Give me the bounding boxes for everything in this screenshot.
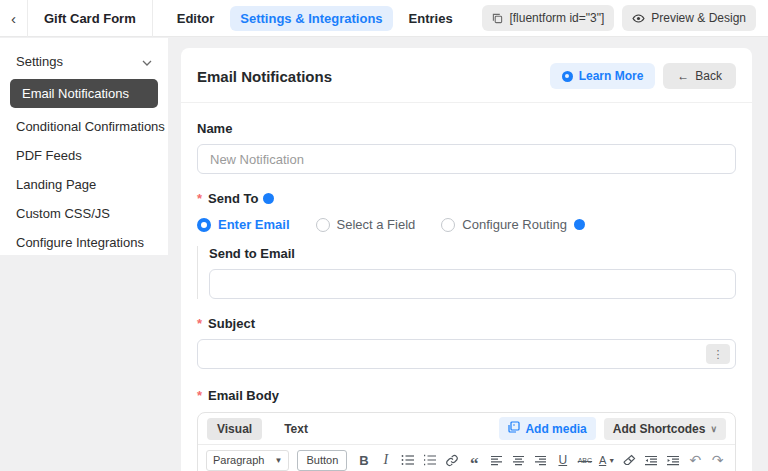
send-to-label: * Send To (197, 191, 736, 206)
italic-icon[interactable]: I (376, 449, 395, 471)
editor-tab-text[interactable]: Text (274, 418, 318, 440)
info-icon[interactable] (263, 193, 274, 204)
back-button[interactable]: ← Back (663, 63, 736, 89)
tab-entries[interactable]: Entries (399, 6, 463, 31)
name-field-label: Name (197, 121, 736, 136)
page-title: Email Notifications (197, 68, 332, 85)
top-bar: ‹ Gift Card Form Editor Settings & Integ… (0, 0, 768, 37)
email-body-label: * Email Body (197, 388, 736, 403)
preview-design-button[interactable]: Preview & Design (622, 5, 756, 31)
align-left-icon[interactable] (487, 449, 506, 471)
form-title: Gift Card Form (28, 0, 153, 37)
undo-icon[interactable]: ↶ (686, 449, 705, 471)
top-tabs: Editor Settings & Integrations Entries (167, 6, 463, 31)
subject-label: * Subject (197, 316, 736, 331)
copy-icon (492, 13, 503, 24)
sidebar-item-pdf-feeds[interactable]: PDF Feeds (0, 141, 168, 170)
vertical-ellipsis-icon[interactable]: ⋮ (706, 344, 730, 364)
radio-dot (441, 218, 455, 232)
caret-down-icon: ▼ (275, 456, 283, 465)
add-shortcodes-dropdown[interactable]: Add Shortcodes ∨ (604, 418, 726, 440)
tab-settings-integrations[interactable]: Settings & Integrations (230, 6, 392, 31)
email-notifications-panel: Email Notifications Learn More ← Back Na… (181, 48, 752, 471)
add-shortcodes-label: Add Shortcodes (613, 422, 706, 436)
radio-configure-routing[interactable]: Configure Routing (441, 217, 585, 232)
editor-toolbar: Paragraph ▼ Button B I (198, 445, 735, 471)
sidebar-settings-label: Settings (16, 54, 63, 69)
outdent-icon[interactable] (642, 449, 661, 471)
chevron-down-icon: ∨ (710, 424, 717, 434)
send-to-options: Enter Email Select a Field Configure Rou… (197, 217, 736, 232)
numbered-list-icon[interactable] (421, 449, 440, 471)
shortcode-copy-button[interactable]: [fluentform id="3"] (482, 5, 614, 31)
info-icon[interactable] (574, 219, 585, 230)
learn-more-button[interactable]: Learn More (550, 63, 656, 89)
preview-design-label: Preview & Design (651, 11, 746, 25)
radio-dot (197, 218, 211, 232)
back-chevron-button[interactable]: ‹ (0, 0, 28, 37)
email-body-editor: Visual Text Add media Add Sho (197, 412, 736, 471)
radio-select-a-field[interactable]: Select a Field (316, 217, 416, 232)
redo-icon[interactable]: ↷ (708, 449, 727, 471)
align-right-icon[interactable] (531, 449, 550, 471)
required-asterisk: * (197, 388, 202, 403)
align-center-icon[interactable] (509, 449, 528, 471)
sidebar-item-landing-page[interactable]: Landing Page (0, 170, 168, 199)
insert-button-button[interactable]: Button (297, 450, 347, 471)
sidebar-settings-header[interactable]: Settings (0, 48, 168, 77)
send-to-email-block: Send to Email (197, 246, 736, 299)
required-asterisk: * (197, 316, 202, 331)
radio-enter-email[interactable]: Enter Email (197, 217, 290, 232)
bullet-list-icon[interactable] (398, 449, 417, 471)
text-color-icon[interactable]: A▼ (597, 449, 616, 471)
sidebar-item-conditional-confirmations[interactable]: Conditional Confirmations (0, 112, 168, 141)
arrow-left-icon: ← (677, 69, 689, 83)
media-icon (508, 421, 520, 436)
blockquote-icon[interactable]: “ (465, 449, 484, 471)
eye-icon (632, 13, 645, 24)
required-asterisk: * (197, 191, 202, 206)
send-to-email-label: Send to Email (209, 246, 736, 261)
add-media-button[interactable]: Add media (499, 417, 595, 440)
radio-dot (316, 218, 330, 232)
add-media-label: Add media (525, 422, 586, 436)
bold-icon[interactable]: B (354, 449, 373, 471)
editor-tab-visual[interactable]: Visual (207, 418, 262, 440)
paragraph-select[interactable]: Paragraph ▼ (206, 450, 289, 471)
sidebar-item-email-notifications[interactable]: Email Notifications (10, 79, 158, 108)
send-to-email-input[interactable] (209, 269, 736, 299)
underline-icon[interactable]: U (553, 449, 572, 471)
learn-more-label: Learn More (579, 69, 644, 83)
sidebar-item-custom-css-js[interactable]: Custom CSS/JS (0, 199, 168, 228)
info-circle-icon (562, 71, 573, 82)
tab-editor[interactable]: Editor (167, 6, 225, 31)
indent-icon[interactable] (664, 449, 683, 471)
name-input[interactable] (197, 144, 736, 174)
sidebar-item-configure-integrations[interactable]: Configure Integrations (0, 228, 168, 257)
subject-input[interactable] (197, 339, 736, 369)
shortcode-label: [fluentform id="3"] (509, 11, 604, 25)
back-label: Back (695, 69, 722, 83)
strikethrough-icon[interactable]: ABC (575, 449, 594, 471)
chevron-down-icon (142, 54, 152, 69)
settings-sidebar: Settings Email Notifications Conditional… (0, 38, 168, 255)
clear-formatting-icon[interactable] (620, 449, 639, 471)
link-icon[interactable] (443, 449, 462, 471)
